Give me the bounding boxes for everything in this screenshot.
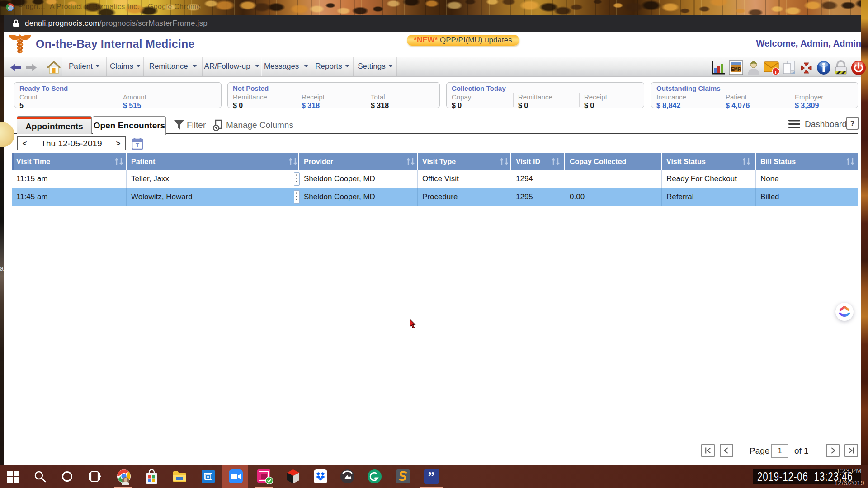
svg-text:T: T	[136, 142, 139, 149]
svg-text:”: ”	[428, 469, 435, 483]
svg-text:EMR: EMR	[731, 67, 741, 72]
